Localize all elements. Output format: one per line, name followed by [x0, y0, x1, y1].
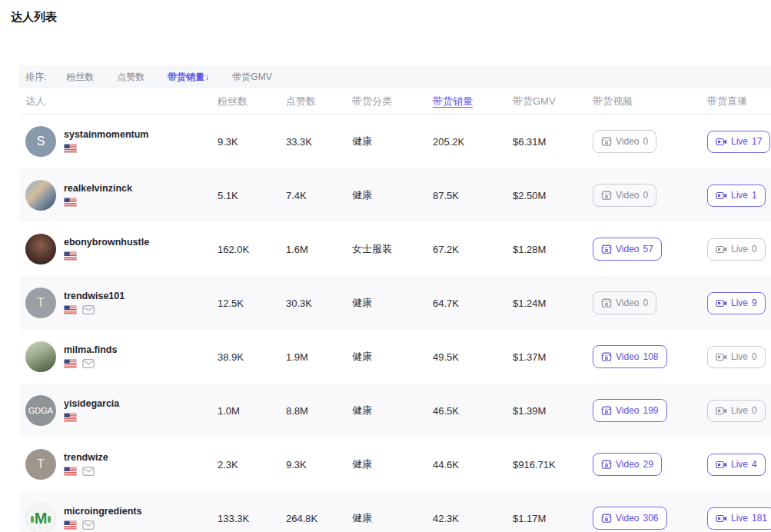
video-button[interactable]: Video199	[593, 399, 667, 422]
creator-info: trendwise101	[64, 291, 125, 315]
creator-name[interactable]: trendwise101	[64, 291, 125, 303]
live-button[interactable]: Live0	[707, 238, 766, 261]
followers-cell: 162.0K	[218, 244, 286, 255]
avatar[interactable]	[25, 234, 56, 264]
creator-icons	[64, 198, 132, 208]
category-cell: 健康	[352, 404, 433, 417]
creator-name[interactable]: realkelvinzinck	[64, 183, 132, 195]
likes-cell: 1.9M	[286, 351, 352, 363]
live-button-label: Live	[731, 137, 748, 146]
creator-cell: milma.finds	[25, 341, 218, 372]
category-cell: 健康	[352, 188, 433, 202]
live-button[interactable]: Live17	[707, 131, 770, 153]
live-cell: Live4	[707, 454, 766, 476]
video-icon	[601, 136, 612, 147]
table-row: Mmicroingredients 133.3K264.8K健康42.3K$1.…	[19, 491, 771, 532]
avatar[interactable]	[25, 341, 56, 372]
live-count: 0	[752, 244, 757, 254]
live-count: 17	[752, 137, 762, 146]
live-button[interactable]: Live181	[707, 507, 771, 530]
live-button[interactable]: Live0	[707, 346, 766, 368]
video-cell: Video199	[593, 399, 707, 422]
creator-name[interactable]: milma.finds	[64, 344, 117, 357]
live-count: 9	[752, 298, 757, 308]
sort-option-label: 粉丝数	[66, 71, 94, 82]
likes-cell: 7.4K	[286, 190, 352, 201]
followers-cell: 133.3K	[218, 513, 286, 524]
creator-name[interactable]: systainmomentum	[64, 129, 148, 141]
avatar[interactable]: GDGA	[25, 395, 56, 426]
avatar[interactable]: T	[25, 288, 56, 318]
followers-cell: 38.9K	[218, 351, 286, 363]
table-header: 达人粉丝数点赞数带货分类带货销量带货GMV带货视频带货直播	[19, 88, 771, 115]
sales-cell: 44.6K	[433, 459, 513, 470]
sort-option-label: 点赞数	[117, 71, 145, 82]
email-icon	[82, 520, 95, 530]
avatar[interactable]: M	[25, 503, 56, 532]
us-flag-icon	[64, 359, 77, 368]
creator-info: trendwize	[64, 452, 108, 477]
video-count: 306	[643, 514, 658, 523]
live-button[interactable]: Live1	[707, 185, 766, 207]
creator-name[interactable]: trendwize	[64, 452, 108, 464]
video-cell: Video57	[593, 238, 707, 261]
column-header-3: 带货分类	[352, 95, 433, 108]
sort-bar: 排序: 粉丝数点赞数带货销量↓带货GMV	[19, 65, 771, 88]
creator-name[interactable]: microingredients	[64, 506, 141, 518]
video-icon	[601, 190, 612, 201]
creator-name[interactable]: ebonybrownhustle	[64, 237, 149, 249]
gmv-cell: $1.39M	[513, 405, 593, 417]
live-cell: Live0	[707, 238, 766, 261]
live-cell: Live0	[707, 400, 766, 422]
followers-cell: 2.3K	[218, 459, 286, 470]
video-cell: Video0	[593, 184, 707, 207]
email-icon	[82, 467, 95, 476]
video-count: 57	[643, 244, 653, 254]
avatar[interactable]: S	[25, 126, 56, 157]
video-button[interactable]: Video108	[593, 345, 667, 368]
live-count: 181	[752, 514, 767, 523]
creator-cell: Ttrendwize	[25, 449, 218, 480]
video-button-label: Video	[616, 460, 639, 469]
live-button[interactable]: Live4	[707, 454, 766, 476]
column-header-4: 带货销量	[433, 95, 513, 108]
video-cell: Video108	[593, 345, 707, 368]
video-icon	[601, 351, 612, 362]
us-flag-icon	[64, 305, 77, 314]
table-row: Ttrendwise101 12.5K30.3K健康64.7K$1.24M Vi…	[19, 276, 771, 330]
sort-option-2[interactable]: 带货销量↓	[168, 71, 209, 84]
live-button-label: Live	[731, 244, 748, 254]
avatar[interactable]	[25, 180, 56, 211]
us-flag-icon	[64, 144, 77, 153]
sales-cell: 46.5K	[433, 405, 513, 417]
table-row: ebonybrownhustle 162.0K1.6M女士服装67.2K$1.2…	[19, 222, 771, 276]
video-button[interactable]: Video306	[593, 507, 667, 530]
avatar-letter: T	[37, 457, 45, 471]
category-cell: 健康	[352, 457, 433, 471]
avatar[interactable]: T	[25, 449, 56, 480]
live-button[interactable]: Live0	[707, 400, 766, 422]
live-button[interactable]: Live9	[707, 292, 766, 314]
live-cell: Live181	[707, 507, 771, 530]
creator-name[interactable]: yisidegarcia	[64, 398, 119, 411]
video-button[interactable]: Video0	[593, 130, 656, 153]
sales-cell: 205.2K	[433, 136, 513, 148]
live-icon	[716, 298, 727, 308]
table-row: realkelvinzinck 5.1K7.4K健康87.5K$2.50M Vi…	[19, 168, 771, 222]
live-count: 1	[752, 191, 757, 200]
table-row: milma.finds 38.9K1.9M健康49.5K$1.37M Video…	[19, 330, 771, 384]
video-button[interactable]: Video57	[593, 238, 662, 261]
sort-option-1[interactable]: 点赞数	[117, 71, 145, 84]
video-button[interactable]: Video0	[593, 291, 656, 314]
table-row: Ssystainmomentum 9.3K33.3K健康205.2K$6.31M…	[19, 115, 771, 168]
live-button-label: Live	[731, 298, 748, 308]
sort-option-3[interactable]: 带货GMV	[232, 71, 271, 84]
live-count: 0	[752, 352, 757, 361]
video-button[interactable]: Video29	[593, 453, 662, 476]
video-button[interactable]: Video0	[593, 184, 656, 207]
live-button-label: Live	[731, 460, 748, 469]
table-row: Ttrendwize 2.3K9.3K健康44.6K$916.71K Video…	[19, 437, 771, 491]
email-icon	[82, 305, 95, 314]
sort-option-0[interactable]: 粉丝数	[66, 71, 94, 84]
creator-info: yisidegarcia	[64, 398, 119, 423]
